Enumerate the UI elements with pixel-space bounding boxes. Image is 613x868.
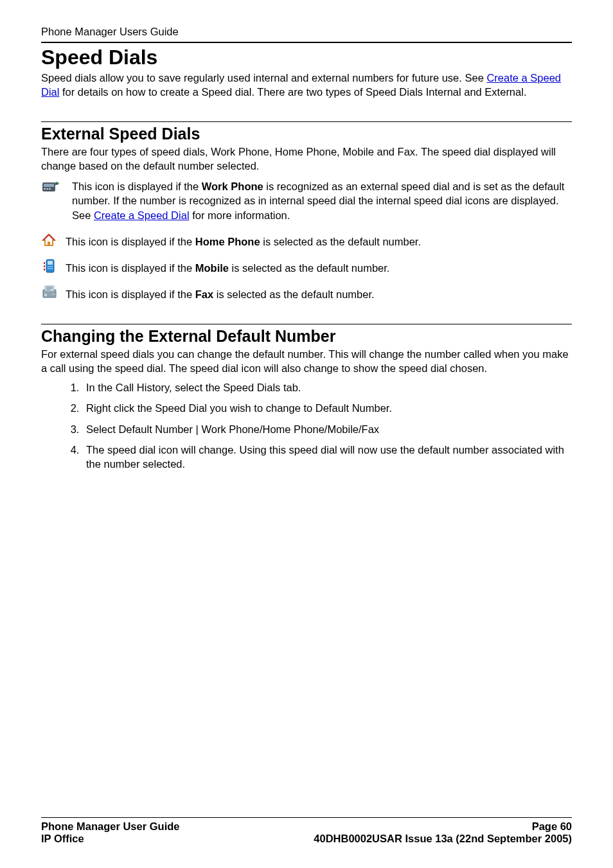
- footer-divider: [41, 817, 572, 818]
- icon-row-fax: This icon is displayed if the Fax is sel…: [41, 284, 572, 301]
- svg-rect-6: [48, 242, 50, 245]
- svg-point-25: [54, 294, 55, 295]
- text-segment: This icon is displayed if the: [72, 181, 202, 192]
- text-segment: Speed dials allow you to save regularly …: [41, 72, 486, 84]
- text-segment: This icon is displayed if the: [66, 288, 195, 300]
- text-segment: This icon is displayed if the: [66, 262, 195, 274]
- running-header: Phone Manager Users Guide: [41, 26, 572, 38]
- step-item: Right click the Speed Dial you wish to c…: [82, 401, 572, 415]
- step-item: The speed dial icon will change. Using t…: [82, 443, 572, 472]
- text-bold: Fax: [195, 288, 213, 300]
- link-create-speed-dial-2[interactable]: Create a Speed Dial: [94, 209, 190, 221]
- step-item: Select Default Number | Work Phone/Home …: [82, 422, 572, 436]
- step-item: In the Call History, select the Speed Di…: [82, 380, 572, 394]
- svg-point-10: [49, 266, 51, 267]
- svg-point-24: [52, 294, 53, 295]
- text-segment: This icon is displayed if the: [66, 236, 195, 247]
- footer-page-number: Page 60: [532, 820, 572, 833]
- text-bold: Home Phone: [195, 236, 260, 247]
- svg-rect-8: [48, 261, 53, 265]
- header-divider: [41, 42, 572, 43]
- section-title-changing-default: Changing the External Default Number: [41, 327, 572, 346]
- svg-rect-4: [49, 188, 51, 190]
- section-title-speed-dials: Speed Dials: [41, 46, 572, 69]
- text-segment: for details on how to create a Speed dia…: [59, 86, 526, 98]
- svg-point-9: [48, 266, 49, 267]
- section-title-external-speed-dials: External Speed Dials: [41, 125, 572, 143]
- icon-row-work-phone: This icon is displayed if the Work Phone…: [41, 179, 572, 222]
- svg-point-12: [48, 268, 49, 269]
- footer-issue: 40DHB0002USAR Issue 13a (22nd September …: [314, 833, 572, 845]
- work-phone-icon: [41, 180, 66, 194]
- icon-row-mobile: This icon is displayed if the Mobile is …: [41, 258, 572, 275]
- svg-rect-2: [44, 188, 46, 190]
- text-bold: Mobile: [195, 262, 229, 274]
- svg-rect-3: [46, 188, 48, 190]
- svg-point-14: [51, 268, 53, 269]
- external-intro: There are four types of speed dials, Wor…: [41, 145, 572, 173]
- svg-rect-15: [44, 262, 45, 264]
- section-divider-2: [41, 324, 572, 324]
- text-segment: is selected as the default number.: [260, 236, 421, 247]
- icon-row-home-phone: This icon is displayed if the Home Phone…: [41, 233, 572, 249]
- footer-left-title: Phone Manager User Guide: [41, 820, 179, 833]
- steps-list: In the Call History, select the Speed Di…: [82, 380, 572, 471]
- changing-default-intro: For external speed dials you can change …: [41, 347, 572, 376]
- svg-point-11: [51, 266, 53, 267]
- section-divider: [41, 121, 572, 122]
- text-bold: Work Phone: [202, 181, 263, 192]
- svg-rect-16: [44, 265, 45, 267]
- text-segment: for more information.: [190, 209, 290, 221]
- mobile-phone-icon: [41, 258, 66, 275]
- fax-icon: [41, 285, 66, 300]
- text-segment: is selected as the default number.: [229, 262, 389, 274]
- speed-dials-intro: Speed dials allow you to save regularly …: [41, 71, 572, 100]
- svg-point-5: [57, 182, 58, 184]
- home-phone-icon: [41, 233, 66, 247]
- footer-left-product: IP Office: [41, 833, 84, 845]
- page-footer: Phone Manager User Guide Page 60 IP Offi…: [41, 817, 572, 845]
- text-segment: is selected as the default number.: [213, 288, 374, 300]
- svg-point-13: [49, 268, 51, 269]
- svg-rect-1: [44, 184, 54, 187]
- svg-rect-17: [44, 269, 45, 270]
- svg-rect-23: [44, 294, 47, 296]
